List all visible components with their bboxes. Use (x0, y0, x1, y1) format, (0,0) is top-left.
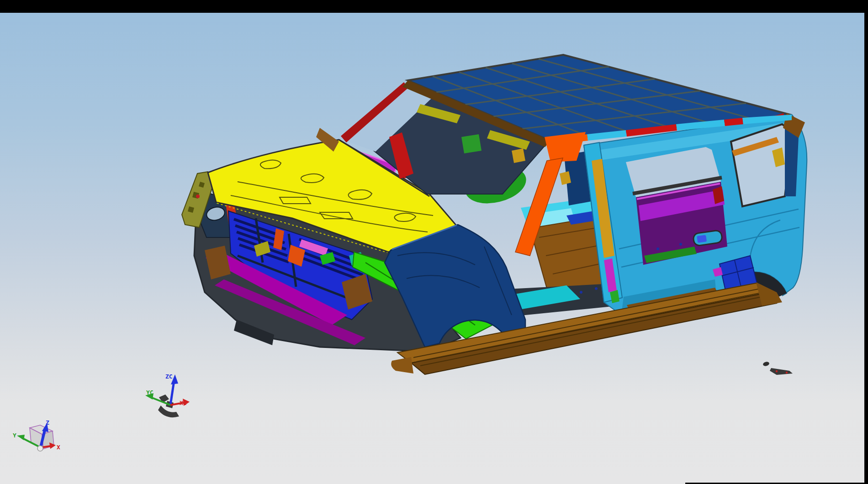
model-canvas: ZC YC XC Z Y X (0, 0, 868, 484)
fender-cap-red-dot (196, 195, 200, 198)
abs-y-arrowhead (17, 435, 25, 440)
abs-origin-sphere (37, 446, 43, 451)
car-model[interactable] (182, 55, 807, 375)
window-right-bar (864, 0, 868, 484)
wcs-z-label: ZC (165, 373, 173, 380)
header-gold-bit (512, 148, 525, 163)
wcs-x-label: XC (180, 400, 187, 406)
wcs-triad[interactable]: ZC YC XC (145, 373, 190, 417)
wcs-y-label: YC (146, 389, 153, 396)
abs-z-label: Z (46, 419, 49, 426)
running-board-tip (391, 357, 413, 374)
debris-red-dot1 (776, 370, 778, 372)
wcs-origin-hardware (158, 395, 179, 417)
debris-parts[interactable] (762, 361, 793, 375)
abs-triad[interactable]: Z Y X (13, 419, 60, 451)
cad-viewport[interactable]: ZC YC XC Z Y X (0, 0, 868, 484)
debris-bolt (762, 361, 770, 367)
window-top-bar (0, 0, 868, 13)
debris-bracket (770, 368, 793, 375)
abs-x-label: X (57, 444, 60, 451)
abs-y-label: Y (13, 432, 16, 439)
header-green-bits (461, 134, 482, 153)
debris-red-dot2 (786, 372, 788, 374)
